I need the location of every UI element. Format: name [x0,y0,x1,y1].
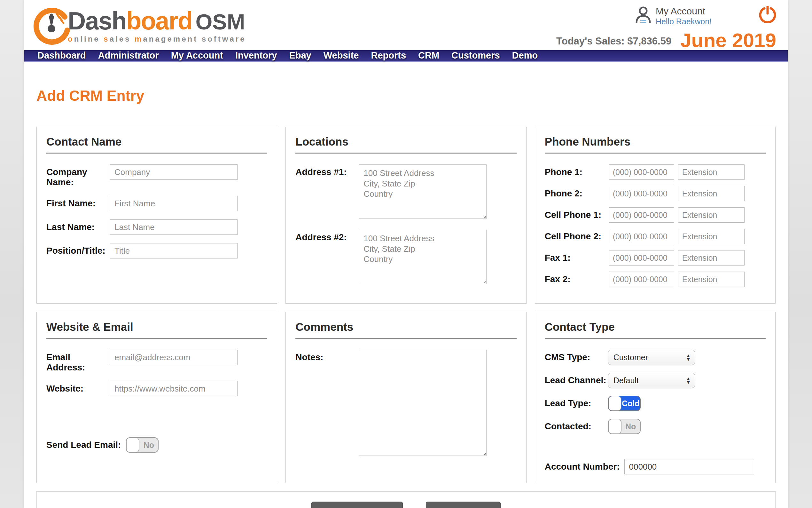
comments-panel: Comments Notes: [285,312,526,483]
last-name-label: Last Name: [46,219,110,232]
todays-sales: Today's Sales: $7,836.59 [556,36,671,50]
address-1-textarea[interactable] [359,164,486,219]
email-address-label: Email Address: [46,350,110,373]
website-email-title: Website & Email [46,321,267,339]
cell-phone-1-input[interactable] [609,207,674,223]
header: DashboardOSM online sales management sof… [24,0,788,50]
cell-phone-2-extension-input[interactable] [678,229,745,244]
website-label: Website: [46,381,110,394]
nav-item-customers[interactable]: Customers [445,50,506,61]
logo-tagline: online sales management software [68,35,246,43]
select-stepper-icon: ▲▼ [686,377,691,384]
company-name-input[interactable] [110,164,238,180]
toggle-knob [127,438,139,452]
phone-numbers-title: Phone Numbers [545,135,766,154]
cell-phone-2-label: Cell Phone 2: [545,231,609,242]
fax-2-extension-input[interactable] [678,271,745,287]
form-grid: Contact Name Company Name: First Name: L… [37,127,775,508]
logout-power-icon[interactable] [759,6,776,23]
cms-type-select[interactable]: Customer ▲▼ [608,350,695,365]
send-lead-email-label: Send Lead Email: [46,440,121,450]
first-name-input[interactable] [110,196,238,211]
email-address-input[interactable] [110,350,238,365]
website-email-panel: Website & Email Email Address: Website: … [37,312,277,483]
send-lead-email-state: No [139,438,158,452]
nav-item-website[interactable]: Website [318,50,365,61]
lead-channel-label: Lead Channel: [545,373,608,385]
main-content: Add CRM Entry Contact Name Company Name:… [24,62,788,508]
greeting-text: Hello Raekwon! [656,17,712,26]
phone-1-extension-input[interactable] [678,164,745,180]
account-number-label: Account Number: [545,462,620,472]
contact-name-panel: Contact Name Company Name: First Name: L… [37,127,277,304]
cell-phone-1-label: Cell Phone 1: [545,210,609,220]
address-2-textarea[interactable] [359,230,486,284]
logo-text: DashboardOSM online sales management sof… [68,8,246,43]
current-period: June 2019 [680,30,776,50]
nav-item-my-account[interactable]: My Account [165,50,229,61]
logo[interactable]: DashboardOSM online sales management sof… [31,3,246,50]
phone-1-input[interactable] [609,164,674,180]
my-account-link[interactable]: My Account Hello Raekwon! [634,6,712,26]
page: DashboardOSM online sales management sof… [24,0,788,508]
lead-type-toggle[interactable]: Cold [608,396,641,411]
locations-title: Locations [295,135,516,154]
locations-panel: Locations Address #1: Address #2: [285,127,526,304]
cell-phone-1-extension-input[interactable] [678,207,745,223]
cms-type-value: Customer [614,353,686,362]
position-title-input[interactable] [110,243,238,258]
nav-item-demo[interactable]: Demo [506,50,544,61]
comments-title: Comments [295,321,516,339]
website-input[interactable] [110,381,238,396]
lead-type-state: Cold [621,396,640,411]
fax-2-label: Fax 2: [545,274,609,284]
contacted-state: No [621,419,640,433]
person-icon [634,6,652,24]
notes-label: Notes: [295,350,359,363]
toggle-knob [609,396,621,411]
nav-item-crm[interactable]: CRM [412,50,445,61]
send-lead-email-toggle[interactable]: No [126,437,158,453]
phone-2-extension-input[interactable] [678,186,745,201]
address-1-label: Address #1: [295,164,359,177]
logo-word-osm: OSM [195,10,245,34]
phone-numbers-panel: Phone Numbers Phone 1: Phone 2: Cell Pho… [535,127,775,304]
fax-1-extension-input[interactable] [678,250,745,265]
cell-phone-2-input[interactable] [609,229,674,244]
contacted-toggle[interactable]: No [608,419,641,434]
actions-panel: Add CRM Entry Clear Fields [37,491,775,508]
notes-textarea[interactable] [359,350,486,456]
clear-fields-button[interactable]: Clear Fields [426,502,500,508]
contacted-label: Contacted: [545,419,608,431]
fax-2-input[interactable] [609,271,674,287]
contact-name-title: Contact Name [46,135,267,154]
logo-word-dash: Dash [68,7,126,35]
nav-item-administrator[interactable]: Administrator [92,50,164,61]
my-account-label: My Account [656,6,712,17]
page-title: Add CRM Entry [37,87,775,104]
select-stepper-icon: ▲▼ [686,354,691,361]
phone-2-input[interactable] [609,186,674,201]
nav-item-dashboard[interactable]: Dashboard [31,50,92,61]
fax-1-label: Fax 1: [545,253,609,263]
nav-item-ebay[interactable]: Ebay [283,50,317,61]
header-right: My Account Hello Raekwon! Today's Sales:… [556,3,776,50]
fax-1-input[interactable] [609,250,674,265]
lead-type-label: Lead Type: [545,396,608,409]
contact-type-title: Contact Type [545,321,766,339]
lead-channel-value: Default [614,376,686,385]
address-2-label: Address #2: [295,230,359,243]
lead-channel-select[interactable]: Default ▲▼ [608,373,695,388]
phone-2-label: Phone 2: [545,188,609,199]
contact-type-panel: Contact Type CMS Type: Customer ▲▼ Lead … [535,312,775,483]
phone-1-label: Phone 1: [545,167,609,177]
nav-item-inventory[interactable]: Inventory [229,50,283,61]
logo-word-board: board [126,7,192,35]
nav-item-reports[interactable]: Reports [365,50,412,61]
account-number-input[interactable] [624,459,754,474]
toggle-knob [609,419,621,433]
add-crm-entry-button[interactable]: Add CRM Entry [312,502,402,508]
main-nav: Dashboard Administrator My Account Inven… [24,50,788,62]
last-name-input[interactable] [110,219,238,235]
company-name-label: Company Name: [46,164,110,187]
